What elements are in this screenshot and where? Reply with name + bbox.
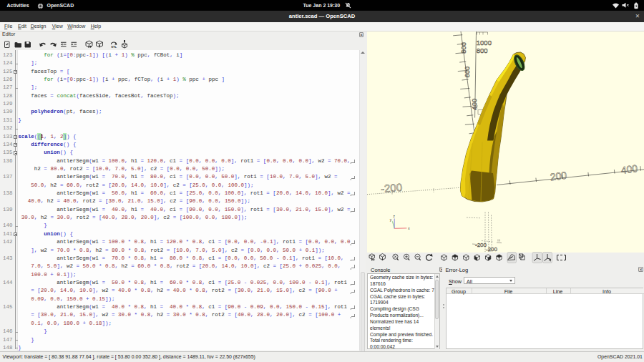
svg-text:STL: STL (111, 45, 117, 49)
svg-text:800: 800 (477, 46, 488, 54)
svg-text:1000: 1000 (477, 39, 492, 47)
svg-text:400: 400 (470, 98, 478, 109)
svg-text:200: 200 (550, 169, 567, 182)
svg-text:-200: -200 (380, 180, 402, 195)
svg-text:400: 400 (620, 162, 638, 176)
svg-text:800: 800 (459, 41, 467, 53)
svg-text:600: 600 (463, 66, 471, 77)
